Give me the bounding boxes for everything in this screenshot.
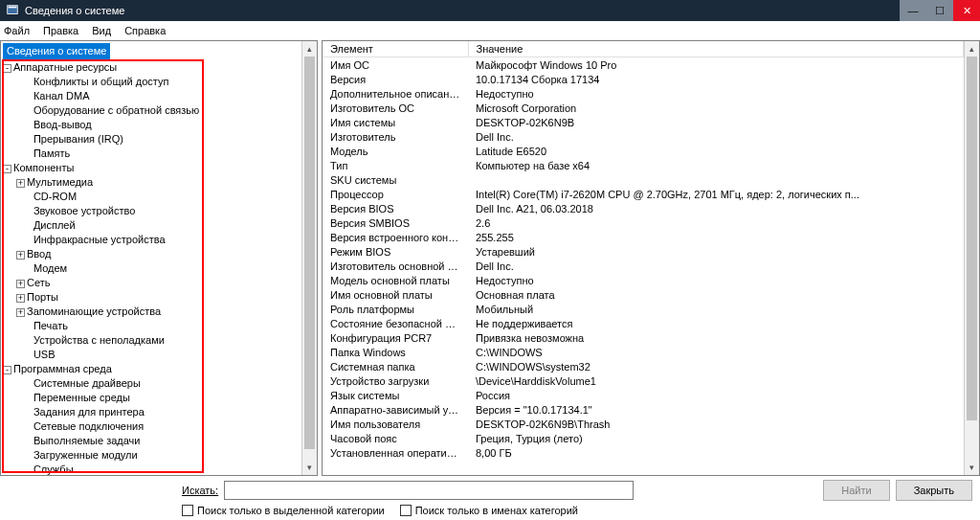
tree-item[interactable]: Модем bbox=[33, 262, 67, 274]
tree-item-expandable[interactable]: Сеть bbox=[27, 277, 50, 288]
tree-item[interactable]: Инфракрасные устройства bbox=[33, 234, 166, 245]
table-row[interactable]: Состояние безопасной загрузНе поддержива… bbox=[323, 316, 964, 330]
table-row[interactable]: ТипКомпьютер на базе x64 bbox=[323, 158, 964, 172]
column-header-value[interactable]: Значение bbox=[468, 41, 964, 57]
checkbox-category-names[interactable]: Поиск только в именах категорий bbox=[400, 505, 578, 516]
table-row[interactable]: ПроцессорIntel(R) Core(TM) i7-2620M CPU … bbox=[323, 187, 964, 201]
table-row[interactable]: Дополнительное описание ОСНедоступно bbox=[323, 86, 964, 101]
detail-panel: Элемент Значение Имя ОСМайкрософт Window… bbox=[322, 40, 980, 476]
cell-element: Тип bbox=[323, 158, 468, 172]
tree-panel: Сведения о системе-Аппаратные ресурсы Ко… bbox=[0, 40, 318, 476]
table-row[interactable]: Имя системыDESKTOP-02K6N9B bbox=[323, 115, 964, 129]
tree-toggle-icon[interactable]: - bbox=[3, 165, 11, 173]
tree-toggle-icon[interactable]: + bbox=[16, 251, 25, 260]
table-row[interactable]: Версия SMBIOS2.6 bbox=[323, 215, 964, 230]
tree-item-expandable[interactable]: Мультимедиа bbox=[27, 176, 93, 188]
tree-group[interactable]: Аппаратные ресурсы bbox=[13, 61, 117, 73]
tree-toggle-icon[interactable]: - bbox=[3, 64, 11, 73]
cell-element: Изготовитель ОС bbox=[323, 101, 468, 115]
table-row[interactable]: МодельLatitude E6520 bbox=[323, 144, 964, 158]
minimize-button[interactable]: — bbox=[900, 0, 926, 21]
checkbox-selected-category[interactable]: Поиск только в выделенной категории bbox=[182, 505, 385, 516]
svg-rect-1 bbox=[9, 7, 17, 9]
cell-value: Россия bbox=[468, 388, 964, 402]
detail-scrollbar[interactable]: ▴ ▾ bbox=[964, 41, 979, 475]
tree-item[interactable]: Устройства с неполадками bbox=[33, 334, 165, 346]
tree-item[interactable]: Дисплей bbox=[33, 219, 76, 231]
tree-item[interactable]: CD-ROM bbox=[33, 191, 77, 202]
tree-group[interactable]: Программная среда bbox=[13, 363, 112, 374]
menu-help[interactable]: Справка bbox=[124, 25, 166, 36]
tree-item[interactable]: Переменные среды bbox=[33, 392, 130, 403]
column-header-element[interactable]: Элемент bbox=[323, 41, 468, 57]
tree-item[interactable]: Ввод-вывод bbox=[33, 119, 92, 130]
cell-element: Конфигурация PCR7 bbox=[323, 330, 468, 345]
table-row[interactable]: Версия10.0.17134 Сборка 17134 bbox=[323, 72, 964, 86]
checkbox-icon bbox=[400, 505, 412, 516]
tree-item[interactable]: Печать bbox=[33, 320, 68, 331]
tree-scrollbar[interactable]: ▴ ▾ bbox=[301, 41, 317, 475]
tree-toggle-icon[interactable]: + bbox=[16, 308, 25, 317]
search-label: Искать: bbox=[182, 485, 218, 496]
menu-file[interactable]: Файл bbox=[4, 25, 30, 36]
tree-toggle-icon[interactable]: + bbox=[16, 294, 25, 303]
tree-toggle-icon[interactable]: + bbox=[16, 280, 25, 288]
tree-item[interactable]: Сетевые подключения bbox=[33, 420, 144, 432]
table-row[interactable]: Роль платформыМобильный bbox=[323, 302, 964, 316]
table-row[interactable]: Версия BIOSDell Inc. A21, 06.03.2018 bbox=[323, 201, 964, 215]
table-row[interactable]: Аппаратно-зависимый уровен...Версия = "1… bbox=[323, 402, 964, 417]
table-row[interactable]: Системная папкаC:\WINDOWS\system32 bbox=[323, 359, 964, 373]
table-row[interactable]: Версия встроенного контролл255.255 bbox=[323, 230, 964, 244]
tree-item[interactable]: Загруженные модули bbox=[33, 449, 138, 461]
tree-toggle-icon[interactable]: + bbox=[16, 179, 25, 188]
tree-root-selected[interactable]: Сведения о системе bbox=[3, 43, 110, 59]
tree-item[interactable]: Конфликты и общий доступ bbox=[33, 76, 169, 87]
table-row[interactable]: Модель основной платыНедоступно bbox=[323, 273, 964, 287]
tree-item-expandable[interactable]: Ввод bbox=[27, 248, 51, 260]
tree-item[interactable]: Выполняемые задачи bbox=[33, 435, 141, 446]
scroll-up-icon[interactable]: ▴ bbox=[965, 41, 979, 57]
table-row[interactable]: Язык системыРоссия bbox=[323, 388, 964, 402]
tree-toggle-icon[interactable]: - bbox=[3, 366, 11, 374]
table-row[interactable]: SKU системы bbox=[323, 172, 964, 187]
find-button[interactable]: Найти bbox=[823, 480, 889, 501]
table-row[interactable]: Имя основной платыОсновная плата bbox=[323, 287, 964, 302]
tree-item[interactable]: Звуковое устройство bbox=[33, 205, 135, 216]
scroll-up-icon[interactable]: ▴ bbox=[302, 41, 317, 57]
scroll-down-icon[interactable]: ▾ bbox=[965, 460, 979, 475]
cell-value: Основная плата bbox=[468, 287, 964, 302]
cell-value: Мобильный bbox=[468, 302, 964, 316]
tree-item[interactable]: Оборудование с обратной связью bbox=[33, 104, 199, 116]
table-row[interactable]: Имя ОСМайкрософт Windows 10 Pro bbox=[323, 57, 964, 73]
tree-item[interactable]: Канал DMA bbox=[33, 90, 90, 102]
table-row[interactable]: Изготовитель ОСMicrosoft Corporation bbox=[323, 101, 964, 115]
table-row[interactable]: ИзготовительDell Inc. bbox=[323, 129, 964, 144]
tree-item[interactable]: Память bbox=[33, 147, 70, 159]
tree-item-expandable[interactable]: Запоминающие устройства bbox=[27, 305, 161, 317]
tree-item-expandable[interactable]: Порты bbox=[27, 291, 58, 303]
tree-item[interactable]: Службы bbox=[33, 463, 74, 475]
table-row[interactable]: Изготовитель основной платыDell Inc. bbox=[323, 259, 964, 273]
table-row[interactable]: Устройство загрузки\Device\HarddiskVolum… bbox=[323, 373, 964, 388]
table-row[interactable]: Имя пользователяDESKTOP-02K6N9B\Thrash bbox=[323, 417, 964, 431]
table-row[interactable]: Режим BIOSУстаревший bbox=[323, 244, 964, 259]
tree-group[interactable]: Компоненты bbox=[13, 162, 74, 173]
search-footer: Искать: Найти Закрыть Поиск только в выд… bbox=[0, 476, 980, 520]
scroll-down-icon[interactable]: ▾ bbox=[302, 460, 317, 475]
tree-item[interactable]: USB bbox=[33, 349, 56, 360]
close-dialog-button[interactable]: Закрыть bbox=[896, 480, 972, 501]
close-button[interactable]: ✕ bbox=[953, 0, 980, 21]
tree-item[interactable]: Задания для принтера bbox=[33, 406, 145, 418]
tree-item[interactable]: Системные драйверы bbox=[33, 377, 141, 389]
tree-item[interactable]: Прерывания (IRQ) bbox=[33, 133, 123, 145]
table-row[interactable]: Часовой поясГреция, Турция (лето) bbox=[323, 431, 964, 445]
detail-table: Элемент Значение Имя ОСМайкрософт Window… bbox=[323, 41, 964, 460]
cell-value: Dell Inc. bbox=[468, 259, 964, 273]
search-input[interactable] bbox=[224, 481, 634, 500]
table-row[interactable]: Папка WindowsC:\WINDOWS bbox=[323, 345, 964, 359]
menu-edit[interactable]: Правка bbox=[43, 25, 78, 36]
maximize-button[interactable]: ☐ bbox=[926, 0, 953, 21]
table-row[interactable]: Конфигурация PCR7Привязка невозможна bbox=[323, 330, 964, 345]
table-row[interactable]: Установленная оперативная п...8,00 ГБ bbox=[323, 445, 964, 460]
menu-view[interactable]: Вид bbox=[92, 25, 111, 36]
